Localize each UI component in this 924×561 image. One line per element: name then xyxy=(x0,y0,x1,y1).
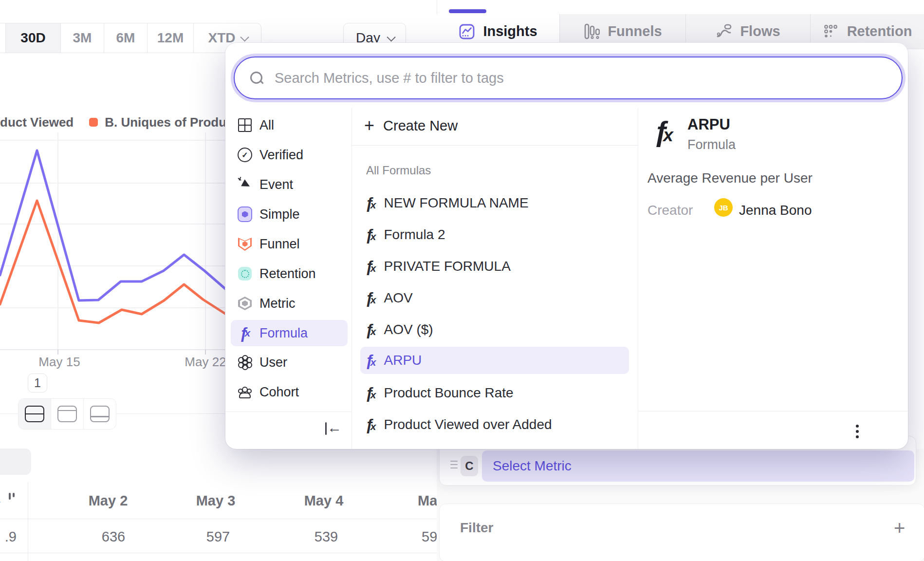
formula-item[interactable]: ƒx AOV xyxy=(360,284,629,312)
sidebar-item-retention[interactable]: Retention xyxy=(231,261,348,287)
tab-label: Retention xyxy=(847,23,912,39)
retention-icon xyxy=(823,23,839,40)
formula-item-selected[interactable]: ƒx ARPU xyxy=(360,347,629,374)
page-number-button[interactable]: 1 xyxy=(28,374,47,393)
select-metric-button[interactable]: Select Metric xyxy=(482,450,914,482)
sort-descending-icon[interactable]: ↓ xyxy=(0,489,23,510)
formula-label: NEW FORMULA NAME xyxy=(384,195,528,211)
formula-label: AOV xyxy=(384,290,412,306)
sidebar-item-verified[interactable]: ✓ Verified xyxy=(231,142,348,168)
list-divider xyxy=(351,145,638,146)
formula-fx-icon: ƒx xyxy=(238,326,252,340)
active-tab-indicator xyxy=(449,9,486,13)
tab-label: Funnels xyxy=(608,23,662,39)
formula-label: AOV ($) xyxy=(384,322,433,337)
sidebar-item-simple[interactable]: Simple xyxy=(231,201,348,227)
table-cell-clipped: .9 xyxy=(0,529,17,545)
table-header-may2[interactable]: May 2 xyxy=(89,493,128,509)
select-metric-label: Select Metric xyxy=(493,458,572,474)
sidebar-item-all[interactable]: All xyxy=(231,112,348,138)
formula-label: PRIVATE FORMULA xyxy=(384,259,510,274)
series-product-viewed-line[interactable] xyxy=(0,150,226,300)
table-cell-clipped-right: 59 xyxy=(422,529,437,545)
fx-icon: ƒx xyxy=(365,321,376,339)
plus-icon: + xyxy=(364,115,374,136)
funnel-icon xyxy=(238,237,252,251)
cohort-people-icon xyxy=(238,385,252,399)
formula-label: ARPU xyxy=(384,353,422,368)
table-header-may4[interactable]: May 4 xyxy=(304,493,344,509)
fx-icon: ƒx xyxy=(365,226,376,244)
fx-icon: ƒx xyxy=(365,416,376,434)
sidebar-item-metric[interactable]: Metric xyxy=(231,290,348,317)
layout-split-view-button[interactable] xyxy=(18,399,51,429)
fx-icon: ƒx xyxy=(365,289,376,307)
modal-divider-left xyxy=(351,108,352,449)
formula-item[interactable]: ƒx Product Viewed over Added xyxy=(360,411,629,438)
sidebar-item-cohort[interactable]: Cohort xyxy=(231,379,348,405)
app-window: 30D 3M 6M 12M XTD Day Insights xyxy=(0,0,924,561)
formula-label: Formula 2 xyxy=(384,227,445,243)
metric-hexagon-icon xyxy=(238,296,252,311)
category-label: Retention xyxy=(259,266,316,281)
avatar: JB xyxy=(714,198,733,217)
tab-label: Insights xyxy=(483,23,537,39)
category-label: User xyxy=(259,355,287,370)
category-label: Metric xyxy=(259,296,296,311)
table-view-icon xyxy=(90,406,110,422)
detail-footer-divider xyxy=(638,411,908,411)
flows-icon xyxy=(716,23,732,40)
chart-view-icon xyxy=(57,406,77,422)
table-row-divider xyxy=(0,553,440,553)
filter-section-card xyxy=(439,504,924,561)
sidebar-item-user[interactable]: User xyxy=(231,349,348,375)
detail-type: Formula xyxy=(687,137,736,152)
sidebar-item-formula[interactable]: ƒx Formula xyxy=(231,320,348,346)
formula-item[interactable]: ƒx Product Bounce Rate xyxy=(360,379,629,407)
formula-item[interactable]: ƒx AOV ($) xyxy=(360,316,629,343)
sidebar-footer-divider xyxy=(225,411,351,412)
search-icon xyxy=(250,72,263,84)
category-label: Simple xyxy=(259,207,300,222)
creator-label: Creator xyxy=(647,203,693,218)
user-flower-icon xyxy=(238,355,252,370)
modal-divider-right xyxy=(638,108,638,449)
detail-title: ARPU xyxy=(687,116,730,133)
sidebar-item-funnel[interactable]: Funnel xyxy=(231,231,348,257)
table-header-divider xyxy=(0,519,440,519)
more-options-icon[interactable] xyxy=(856,425,860,442)
formula-item[interactable]: ƒx Formula 2 xyxy=(360,221,629,248)
fx-icon: ƒx xyxy=(365,258,376,276)
category-label: Funnel xyxy=(259,237,300,252)
filter-section-label: Filter xyxy=(460,520,493,536)
section-header: All Formulas xyxy=(366,164,431,177)
category-label: Event xyxy=(259,177,293,192)
formula-label: Product Viewed over Added xyxy=(384,417,552,432)
clause-letter-badge[interactable]: C xyxy=(461,456,478,476)
category-label: Formula xyxy=(259,326,308,341)
category-label: Verified xyxy=(259,148,303,163)
table-column-divider xyxy=(28,482,28,561)
table-header-may3[interactable]: May 3 xyxy=(196,493,236,509)
collapse-sidebar-icon[interactable]: ← xyxy=(325,421,345,437)
create-new-button[interactable]: + Create New xyxy=(360,113,623,138)
x-tick-may-15: May 15 xyxy=(38,355,80,369)
fx-icon: ƒx xyxy=(365,194,376,212)
badge-check-icon: ✓ xyxy=(238,148,252,162)
formula-item[interactable]: ƒx NEW FORMULA NAME xyxy=(360,189,629,217)
formula-item[interactable]: ƒx PRIVATE FORMULA xyxy=(360,253,629,280)
add-filter-button[interactable]: + xyxy=(894,517,905,539)
sidebar-item-event[interactable]: Event xyxy=(231,171,348,198)
fx-icon: ƒx xyxy=(365,352,376,370)
category-label: Cohort xyxy=(259,385,299,400)
layout-chart-view-button[interactable] xyxy=(51,399,83,429)
insights-icon xyxy=(459,23,475,40)
metric-search-input[interactable]: Search Metrics, use # to filter to tags xyxy=(234,56,903,99)
grid-icon xyxy=(238,118,252,132)
drag-handle-icon[interactable] xyxy=(450,461,458,471)
table-cell: 539 xyxy=(314,529,338,545)
table-corner-cell-highlight xyxy=(0,449,31,475)
creator-name: Jenna Bono xyxy=(739,203,812,218)
split-view-icon xyxy=(25,406,44,422)
layout-table-view-button[interactable] xyxy=(83,399,116,429)
